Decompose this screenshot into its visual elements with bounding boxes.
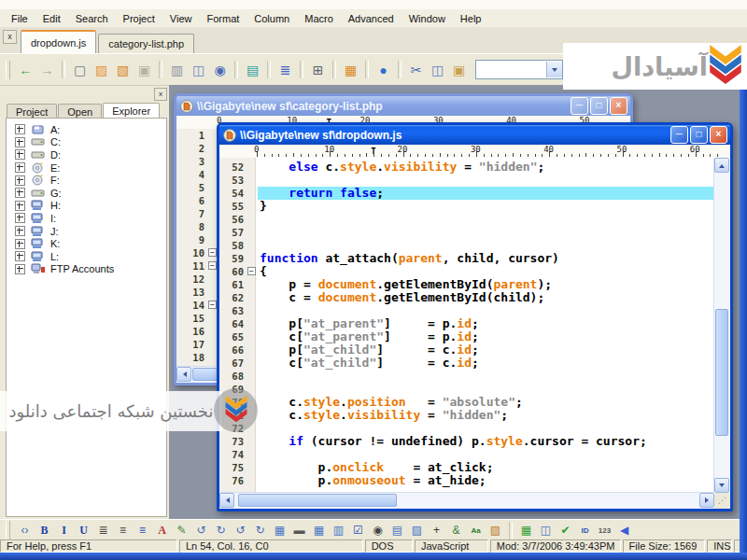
horizontal-scrollbar[interactable] [219,492,714,509]
combobox-dropdown-icon[interactable] [546,62,562,77]
code-text[interactable] [258,304,714,317]
code-text[interactable] [258,213,714,226]
tree-item-i[interactable]: I: [7,212,166,225]
window-titlebar[interactable]: \\Gigabyte\new sf\dropdown.js ─ □ × [219,125,730,145]
toolbar-grip[interactable] [6,521,10,539]
fold-collapse-icon[interactable]: − [208,248,217,257]
horizontal-rule-icon[interactable]: ▬ [290,522,308,539]
window-dropdown-js[interactable]: \\Gigabyte\new sf\dropdown.js ─ □ × 0102… [217,122,733,511]
print-icon[interactable]: ▥ [167,60,187,79]
menu-item-window[interactable]: Window [402,11,453,26]
print-preview-icon[interactable]: ◫ [189,60,208,79]
cut-icon[interactable]: ✂ [406,60,426,79]
scrollbar-thumb[interactable] [238,494,397,507]
code-text[interactable]: { [258,265,714,278]
code-text[interactable]: p = document.getElementById(parent); [258,278,714,291]
tab-bar-close-icon[interactable]: x [3,30,17,44]
code-text[interactable]: p.onmouseout = at_hide; [258,474,714,487]
indent-icon[interactable]: ≣ [94,522,112,539]
expand-icon[interactable] [15,201,25,211]
scrollbar-thumb[interactable] [715,309,728,436]
document-template-icon[interactable]: ▤ [243,60,262,79]
code-text[interactable]: c["at_child"] = c.id; [258,357,714,370]
date-time-icon[interactable]: ▧ [486,522,504,539]
code-text[interactable] [258,448,714,461]
code-text[interactable]: if (cursor != undefined) p.style.cursor … [258,435,714,448]
scroll-down-icon[interactable] [714,478,729,493]
code-text[interactable]: return false; [258,187,714,200]
numbered-list-icon[interactable]: ≡ [134,522,151,539]
save-icon[interactable]: ▣ [134,60,154,79]
expand-icon[interactable] [15,188,25,198]
code-text[interactable] [258,174,714,187]
insert-link-icon[interactable]: ↺ [192,522,210,539]
scroll-right-icon[interactable] [699,493,714,508]
close-icon[interactable]: × [610,97,627,115]
column-select-icon[interactable]: ▦ [341,60,360,79]
tree-item-a[interactable]: A: [7,123,166,136]
minimize-icon[interactable]: ─ [571,97,588,115]
expand-icon[interactable] [15,162,25,173]
tab-category-list-php[interactable]: category-list.php [98,34,194,53]
insert-style-icon[interactable]: ↻ [251,522,269,539]
expand-icon[interactable] [15,175,25,186]
browser-icon[interactable]: ● [374,60,393,79]
textarea-icon[interactable]: ▤ [388,522,406,539]
scroll-up-icon[interactable] [714,158,729,173]
insert-script-icon[interactable]: ↺ [232,522,249,539]
back-icon[interactable]: ← [16,60,35,79]
copy-icon[interactable]: ◫ [428,60,447,79]
code-text[interactable] [258,422,714,435]
toolbar-combobox[interactable] [475,60,563,79]
menu-item-search[interactable]: Search [68,11,116,26]
vertical-scrollbar[interactable] [713,158,730,493]
code-text[interactable]: p["at_parent"] = p.id; [258,317,714,330]
expand-icon[interactable] [15,213,25,223]
tree-item-d[interactable]: D: [7,148,166,161]
run-icon[interactable]: ◀ [615,522,633,539]
maximize-icon[interactable]: □ [590,97,608,115]
toolbar-grip[interactable] [6,61,10,79]
code-text[interactable]: else c.style.visibility = "hidden"; [258,161,714,174]
bullet-list-icon[interactable]: ≡ [114,522,132,539]
code-text[interactable] [258,239,714,252]
open-remote-icon[interactable]: ▧ [113,60,133,79]
validate-icon[interactable]: ✔ [557,522,574,539]
id-icon[interactable]: ID [576,522,594,539]
scroll-left-icon[interactable] [176,367,191,382]
code-text[interactable]: c.style.visibility = "hidden"; [258,409,714,422]
menu-item-format[interactable]: Format [199,11,247,26]
minimize-icon[interactable]: ─ [670,126,688,144]
tree-item-k[interactable]: K: [7,237,166,250]
paste-icon[interactable]: ▣ [449,60,469,79]
fold-collapse-icon[interactable]: − [208,261,217,270]
radio-button-icon[interactable]: ◉ [369,522,387,539]
forward-icon[interactable]: → [37,60,57,79]
expand-icon[interactable] [15,251,25,261]
tree-item-ftp-accounts[interactable]: FTP Accounts [7,263,166,276]
code-text[interactable]: p["at_child"] = c.id; [258,343,714,357]
menu-item-macro[interactable]: Macro [297,11,341,26]
resize-grip[interactable]: ⋰ [714,493,730,509]
tree-item-c[interactable]: C: [7,136,166,149]
menu-item-view[interactable]: View [162,11,200,26]
case-convert-icon[interactable]: Aa [467,522,485,539]
picture-icon[interactable]: ▨ [408,522,426,539]
line-numbers-icon[interactable]: 123 [596,522,613,539]
scroll-left-icon[interactable] [219,493,234,508]
table-icon[interactable]: ▦ [310,522,328,539]
menu-item-project[interactable]: Project [116,11,162,26]
tab-dropdown-js[interactable]: dropdown.js [21,30,96,53]
insert-image-icon[interactable]: ▦ [271,522,289,539]
maximize-icon[interactable]: □ [690,126,708,144]
font-color-icon[interactable]: A [153,522,171,539]
sidebar-close-icon[interactable]: x [154,88,167,101]
code-text[interactable]: c = document.getElementById(child); [258,291,714,304]
table-grid-icon[interactable]: ▦ [517,522,535,539]
fold-collapse-icon[interactable]: − [208,301,217,309]
tree-item-f[interactable]: F: [7,174,166,187]
insert-anchor-link-icon[interactable]: ↻ [212,522,230,539]
expand-icon[interactable] [15,264,25,274]
menu-item-column[interactable]: Column [247,11,297,26]
italic-icon[interactable]: I [55,522,73,539]
